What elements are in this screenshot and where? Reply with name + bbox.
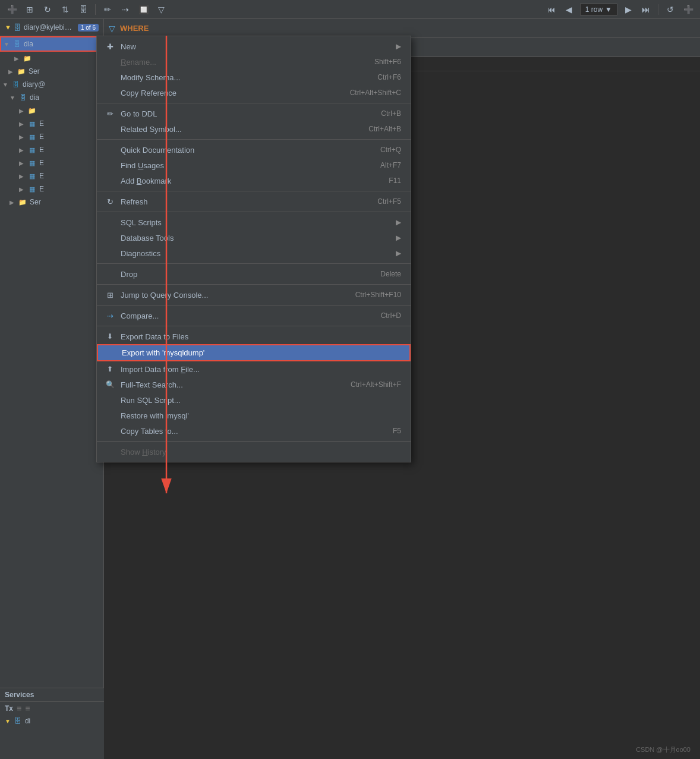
fulltext-search-label: Full-Text Search... xyxy=(121,380,341,389)
menu-item-sql-scripts[interactable]: SQL Scripts ▶ xyxy=(97,215,411,230)
compare-icon: ⇢ xyxy=(104,311,116,320)
menu-item-drop[interactable]: Drop Delete xyxy=(97,266,411,282)
jump-console-shortcut: Ctrl+Shift+F10 xyxy=(355,291,401,299)
menu-item-related-symbol[interactable]: Related Symbol... Ctrl+Alt+B xyxy=(97,121,411,137)
related-symbol-shortcut: Ctrl+Alt+B xyxy=(368,125,401,133)
modify-schema-label: Modify Schema... xyxy=(121,73,368,82)
restore-mysql-label: Restore with 'mysql' xyxy=(121,411,401,420)
menu-item-compare[interactable]: ⇢ Compare... Ctrl+D xyxy=(97,308,411,323)
new-icon: ✚ xyxy=(104,42,116,51)
menu-item-new[interactable]: ✚ New ▶ xyxy=(97,39,411,54)
new-arrow: ▶ xyxy=(396,42,401,51)
menu-item-run-sql[interactable]: Run SQL Script... xyxy=(97,392,411,408)
db-tools-label: Database Tools xyxy=(121,234,391,242)
sep-3 xyxy=(97,191,411,191)
export-mysqldump-label: Export with 'mysqldump' xyxy=(122,348,400,357)
menu-item-refresh[interactable]: ↻ Refresh Ctrl+F5 xyxy=(97,194,411,209)
fulltext-search-shortcut: Ctrl+Alt+Shift+F xyxy=(351,380,401,389)
menu-item-export-mysqldump[interactable]: Export with 'mysqldump' xyxy=(97,344,411,361)
copy-ref-shortcut: Ctrl+Alt+Shift+C xyxy=(350,89,401,97)
menu-item-jump-console[interactable]: ⊞ Jump to Query Console... Ctrl+Shift+F1… xyxy=(97,287,411,303)
menu-item-restore-mysql[interactable]: Restore with 'mysql' xyxy=(97,408,411,423)
copy-ref-label: Copy Reference xyxy=(121,89,340,97)
sep-6 xyxy=(97,284,411,285)
run-sql-label: Run SQL Script... xyxy=(121,396,401,405)
quick-doc-shortcut: Ctrl+Q xyxy=(380,146,401,154)
quick-doc-label: Quick Documentation xyxy=(121,146,371,155)
diagnostics-arrow: ▶ xyxy=(396,249,401,257)
show-history-label: Show History xyxy=(121,448,401,456)
goto-ddl-label: Go to DDL xyxy=(121,109,371,118)
menu-item-import-file[interactable]: ⬆ Import Data from File... xyxy=(97,361,411,377)
sep-9 xyxy=(97,441,411,442)
goto-ddl-icon: ✏ xyxy=(104,109,116,118)
sql-scripts-label: SQL Scripts xyxy=(121,218,391,227)
refresh-icon: ↻ xyxy=(104,197,116,206)
refresh-shortcut: Ctrl+F5 xyxy=(377,197,401,206)
menu-item-quick-doc[interactable]: Quick Documentation Ctrl+Q xyxy=(97,142,411,158)
menu-item-add-bookmark[interactable]: Add Bookmark F11 xyxy=(97,173,411,188)
add-bookmark-shortcut: F11 xyxy=(389,177,401,185)
sql-scripts-arrow: ▶ xyxy=(396,218,401,226)
menu-item-rename[interactable]: Rename... Shift+F6 xyxy=(97,54,411,70)
menu-item-find-usages[interactable]: Find Usages Alt+F7 xyxy=(97,158,411,173)
refresh-label: Refresh xyxy=(121,197,368,206)
menu-item-export-files[interactable]: ⬇ Export Data to Files xyxy=(97,329,411,344)
menu-item-diagnostics[interactable]: Diagnostics ▶ xyxy=(97,245,411,261)
copy-tables-shortcut: F5 xyxy=(393,427,401,435)
drop-label: Drop xyxy=(121,270,371,279)
import-file-label: Import Data from File... xyxy=(121,365,401,374)
sep-4 xyxy=(97,212,411,212)
menu-item-goto-ddl[interactable]: ✏ Go to DDL Ctrl+B xyxy=(97,106,411,121)
sep-5 xyxy=(97,263,411,264)
add-bookmark-label: Add Bookmark xyxy=(121,177,379,185)
modify-schema-shortcut: Ctrl+F6 xyxy=(377,73,401,81)
jump-console-icon: ⊞ xyxy=(104,291,116,300)
copy-tables-label: Copy Tables to... xyxy=(121,427,383,436)
menu-item-show-history[interactable]: Show History xyxy=(97,444,411,459)
menu-item-fulltext-search[interactable]: 🔍 Full-Text Search... Ctrl+Alt+Shift+F xyxy=(97,377,411,392)
context-menu: ✚ New ▶ Rename... Shift+F6 Modify Schema… xyxy=(96,36,411,462)
sep-1 xyxy=(97,103,411,103)
export-files-icon: ⬇ xyxy=(104,332,116,341)
goto-ddl-shortcut: Ctrl+B xyxy=(381,109,401,118)
related-symbol-label: Related Symbol... xyxy=(121,125,359,134)
menu-item-copy-ref[interactable]: Copy Reference Ctrl+Alt+Shift+C xyxy=(97,85,411,100)
sep-8 xyxy=(97,326,411,326)
rename-shortcut: Shift+F6 xyxy=(374,58,401,66)
context-menu-overlay: ✚ New ▶ Rename... Shift+F6 Modify Schema… xyxy=(0,0,700,759)
menu-item-modify-schema[interactable]: Modify Schema... Ctrl+F6 xyxy=(97,70,411,85)
compare-shortcut: Ctrl+D xyxy=(381,311,401,320)
find-usages-label: Find Usages xyxy=(121,161,371,170)
menu-item-db-tools[interactable]: Database Tools ▶ xyxy=(97,230,411,245)
export-files-label: Export Data to Files xyxy=(121,332,401,341)
menu-item-copy-tables[interactable]: Copy Tables to... F5 xyxy=(97,423,411,439)
find-usages-shortcut: Alt+F7 xyxy=(380,161,401,169)
sep-7 xyxy=(97,305,411,306)
compare-label: Compare... xyxy=(121,311,371,320)
rename-label: Rename... xyxy=(121,58,365,67)
diagnostics-label: Diagnostics xyxy=(121,249,391,258)
new-label: New xyxy=(121,42,391,51)
import-file-icon: ⬆ xyxy=(104,365,116,373)
sep-2 xyxy=(97,139,411,140)
fulltext-search-icon: 🔍 xyxy=(104,380,116,389)
drop-shortcut: Delete xyxy=(380,270,401,278)
jump-console-label: Jump to Query Console... xyxy=(121,291,346,300)
db-tools-arrow: ▶ xyxy=(396,234,401,242)
